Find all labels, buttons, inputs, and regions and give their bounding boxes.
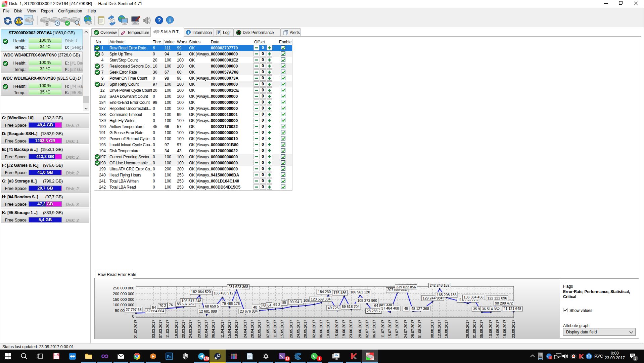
svg-text:03.03.2017: 03.03.2017 xyxy=(151,320,155,338)
svg-text:54: 54 xyxy=(152,306,156,310)
svg-text:28.05.2017: 28.05.2017 xyxy=(303,320,307,338)
svg-text:19.07.2017: 19.07.2017 xyxy=(395,320,399,338)
svg-text:106 517 248: 106 517 248 xyxy=(182,299,201,303)
svg-text:176 486: 176 486 xyxy=(333,291,346,295)
svg-text:24.04.2017: 24.04.2017 xyxy=(243,320,247,338)
svg-text:06.04.2017: 06.04.2017 xyxy=(211,320,215,338)
svg-text:02.07.2017: 02.07.2017 xyxy=(365,320,369,338)
svg-text:?: ? xyxy=(157,17,161,24)
svg-text:59 518 704: 59 518 704 xyxy=(342,305,360,309)
svg-text:48: 48 xyxy=(253,305,257,309)
svg-text:5: 5 xyxy=(550,356,551,360)
svg-text:11.05.2017: 11.05.2017 xyxy=(273,320,277,338)
svg-text:136 364 456: 136 364 456 xyxy=(464,295,484,299)
svg-text:20.05.2017: 20.05.2017 xyxy=(289,320,293,338)
svg-text:120 569 304: 120 569 304 xyxy=(311,297,331,301)
svg-text:105: 105 xyxy=(303,298,309,302)
svg-text:11.07.2017: 11.07.2017 xyxy=(381,320,385,338)
svg-text:68 659 5: 68 659 5 xyxy=(205,304,219,308)
svg-text:100 000 000: 100 000 000 xyxy=(113,303,134,307)
svg-text:11.03.2017: 11.03.2017 xyxy=(166,320,170,338)
svg-text:239 022 856: 239 022 856 xyxy=(396,285,416,289)
svg-text:23.09.2017: 23.09.2017 xyxy=(511,320,515,338)
svg-text:15.04.2017: 15.04.2017 xyxy=(227,320,231,338)
svg-text:41 121 648: 41 121 648 xyxy=(503,307,521,311)
svg-text:165 298 136: 165 298 136 xyxy=(437,293,457,297)
svg-text:49 725: 49 725 xyxy=(328,306,339,310)
svg-text:186 561 120: 186 561 120 xyxy=(350,290,370,294)
svg-text:20.03.2017: 20.03.2017 xyxy=(181,320,185,338)
svg-text:242 248 152: 242 248 152 xyxy=(430,283,450,287)
svg-text:36 514 352: 36 514 352 xyxy=(482,307,500,311)
svg-text:24.03.2017: 24.03.2017 xyxy=(188,320,192,338)
svg-text:01.09.2017: 01.09.2017 xyxy=(472,320,476,338)
svg-text:165 498 912: 165 498 912 xyxy=(214,291,233,295)
svg-text:16.08.2017: 16.08.2017 xyxy=(444,320,448,338)
svg-text:231 623 368: 231 623 368 xyxy=(228,285,248,289)
svg-text:28.08.2017: 28.08.2017 xyxy=(465,320,469,338)
svg-text:24.07.2017: 24.07.2017 xyxy=(404,320,408,338)
svg-text:37 464 408: 37 464 408 xyxy=(381,306,399,310)
svg-text:58: 58 xyxy=(262,304,266,308)
svg-text:02.04.2017: 02.04.2017 xyxy=(204,320,208,338)
svg-text:24.05.2017: 24.05.2017 xyxy=(296,320,300,338)
svg-text:07.05.2017: 07.05.2017 xyxy=(266,320,270,338)
svg-text:16.03.2017: 16.03.2017 xyxy=(174,320,178,338)
svg-text:0: 0 xyxy=(132,314,134,318)
svg-text:182 064 520: 182 064 520 xyxy=(191,290,211,294)
svg-text:69 2: 69 2 xyxy=(273,302,280,307)
svg-text:06.06.2017: 06.06.2017 xyxy=(319,320,323,338)
svg-text:64: 64 xyxy=(267,303,271,307)
svg-text:15.07.2017: 15.07.2017 xyxy=(388,320,392,338)
svg-text:19.04.2017: 19.04.2017 xyxy=(234,320,238,338)
svg-text:12.08.2017: 12.08.2017 xyxy=(437,320,441,338)
svg-text:i: i xyxy=(169,17,171,23)
svg-text:90 299 472: 90 299 472 xyxy=(495,301,513,305)
svg-text:15.06.2017: 15.06.2017 xyxy=(335,320,339,338)
svg-text:02.05.2017: 02.05.2017 xyxy=(257,320,261,338)
svg-text:18.09.2017: 18.09.2017 xyxy=(503,320,507,338)
svg-text:28.07.2017: 28.07.2017 xyxy=(411,320,415,338)
svg-text:05.09.2017: 05.09.2017 xyxy=(479,320,484,338)
svg-text:Ps: Ps xyxy=(167,355,171,359)
svg-text:122 122 096: 122 122 096 xyxy=(487,296,507,300)
svg-text:06.07.2017: 06.07.2017 xyxy=(372,320,376,338)
svg-text:11.04.2017: 11.04.2017 xyxy=(220,320,224,338)
svg-text:28 283 2: 28 283 2 xyxy=(367,309,380,313)
svg-text:10.06.2017: 10.06.2017 xyxy=(326,320,330,338)
svg-text:76: 76 xyxy=(169,303,173,307)
svg-text:79 486 176: 79 486 176 xyxy=(222,301,240,306)
svg-text:21.02.2017: 21.02.2017 xyxy=(134,320,138,338)
svg-text:∞: ∞ xyxy=(101,352,108,360)
svg-text:85: 85 xyxy=(282,300,286,305)
svg-text:08.08.2017: 08.08.2017 xyxy=(430,320,434,338)
svg-text:23.06.2017: 23.06.2017 xyxy=(349,320,353,338)
svg-text:108 273 960: 108 273 960 xyxy=(357,298,377,302)
svg-text:i: i xyxy=(188,31,189,34)
svg-text:184 230: 184 230 xyxy=(318,290,331,294)
svg-text:15.05.2017: 15.05.2017 xyxy=(280,320,284,338)
svg-text:28.06.2017: 28.06.2017 xyxy=(358,320,362,338)
svg-text:94 1: 94 1 xyxy=(295,300,302,304)
svg-text:02.06.2017: 02.06.2017 xyxy=(312,320,316,338)
svg-text:28.04.2017: 28.04.2017 xyxy=(250,320,254,338)
svg-text:12 681 888: 12 681 888 xyxy=(199,309,217,313)
svg-text:01.08.2017: 01.08.2017 xyxy=(418,320,422,338)
svg-text:150 000 000: 150 000 000 xyxy=(113,297,134,301)
svg-text:48 127 368: 48 127 368 xyxy=(411,307,429,311)
svg-text:90: 90 xyxy=(290,300,294,304)
svg-text:29.03.2017: 29.03.2017 xyxy=(197,320,201,338)
svg-text:200 000 000: 200 000 000 xyxy=(113,292,134,296)
svg-text:27 797 68: 27 797 68 xyxy=(126,308,141,312)
svg-text:10.09.2017: 10.09.2017 xyxy=(489,320,493,338)
svg-text:45: 45 xyxy=(404,307,408,311)
svg-text:07.03.2017: 07.03.2017 xyxy=(158,320,163,338)
svg-text:19.06.2017: 19.06.2017 xyxy=(342,320,346,338)
svg-text:250 000 000: 250 000 000 xyxy=(113,286,134,290)
svg-text:70 2: 70 2 xyxy=(159,304,166,308)
svg-text:14.09.2017: 14.09.2017 xyxy=(496,320,500,338)
